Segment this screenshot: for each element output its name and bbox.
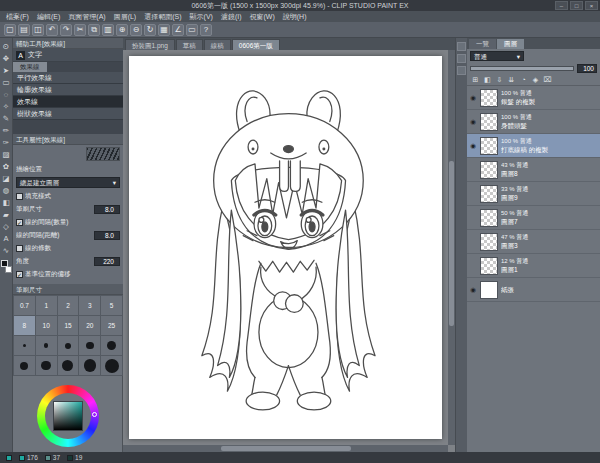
save-icon[interactable]: ◫ [32, 24, 44, 36]
layer-row[interactable]: 50 % 普通圖層7 [467, 206, 600, 230]
vertical-scrollbar-handle[interactable] [449, 161, 454, 327]
tool-fill[interactable]: ◧ [1, 197, 12, 208]
tool-correct-line[interactable]: ∿ [1, 245, 12, 256]
brush-size-cell[interactable]: 0.7 [14, 296, 35, 315]
minimize-button[interactable]: – [555, 1, 568, 10]
document-tab[interactable]: 扮裝圖1.png [125, 39, 175, 50]
ruler-icon[interactable]: ▭ [186, 24, 198, 36]
lock-icon[interactable]: ◈ [531, 75, 540, 84]
opacity-value[interactable]: 100 [577, 64, 597, 73]
foreground-color-swatch[interactable] [1, 260, 8, 267]
opacity-slider[interactable] [470, 66, 574, 71]
delete-layer-icon[interactable]: ⌧ [543, 75, 552, 84]
tool-operation[interactable]: ➤ [1, 65, 12, 76]
subtool-item[interactable]: 效果線 [13, 96, 123, 108]
visibility-eye-icon[interactable]: ◉ [469, 286, 477, 294]
maximize-button[interactable]: □ [570, 1, 583, 10]
tool-eyedropper[interactable]: ✧ [1, 101, 12, 112]
menu-item[interactable]: 顯示(V) [186, 11, 217, 22]
property-checkbox[interactable]: ✓ [16, 271, 23, 278]
tool-blend[interactable]: ◍ [1, 185, 12, 196]
visibility-eye-icon[interactable]: ◉ [469, 118, 477, 126]
brush-size-cell[interactable]: 8 [14, 316, 35, 335]
history-icon[interactable] [457, 66, 466, 75]
brush-size-cell[interactable] [14, 356, 35, 375]
brush-size-cell[interactable]: 1 [36, 296, 57, 315]
visibility-eye-icon[interactable]: ◉ [469, 94, 477, 102]
document-tab[interactable]: 草稿 [176, 39, 203, 50]
brush-size-cell[interactable] [14, 336, 35, 355]
property-checkbox[interactable] [16, 193, 23, 200]
grid-icon[interactable]: ▦ [158, 24, 170, 36]
undo-icon[interactable]: ↶ [46, 24, 58, 36]
document-tab[interactable]: 0606第一版 [232, 39, 280, 50]
layer-row[interactable]: 43 % 普通圖層8 [467, 158, 600, 182]
layer-row[interactable]: ◉100 % 普通銀髮 的複製 [467, 86, 600, 110]
tool-brush[interactable]: ✑ [1, 137, 12, 148]
zoom-in-icon[interactable]: ⊕ [116, 24, 128, 36]
tool-figure[interactable]: ◇ [1, 221, 12, 232]
tool-lasso[interactable]: ◌ [1, 89, 12, 100]
tool-move[interactable]: ✥ [1, 53, 12, 64]
menu-item[interactable]: 說明(H) [279, 11, 311, 22]
tool-text[interactable]: A [1, 233, 12, 244]
saturation-value-square[interactable] [53, 401, 83, 431]
color-wheel[interactable] [37, 385, 99, 447]
tool-pen[interactable]: ✎ [1, 113, 12, 124]
horizontal-scrollbar-handle[interactable] [221, 446, 351, 451]
sub-view-icon[interactable] [457, 54, 466, 63]
background-color-swatch[interactable] [5, 266, 12, 273]
vertical-scrollbar[interactable] [448, 50, 455, 445]
subtool-item[interactable]: 平行效果線 [13, 72, 123, 84]
subtool-item[interactable]: 樹狀效果線 [13, 108, 123, 120]
brush-size-cell[interactable] [58, 356, 79, 375]
close-button[interactable]: × [585, 1, 598, 10]
brush-size-cell[interactable] [79, 336, 100, 355]
navigator-icon[interactable] [457, 42, 466, 51]
brush-size-cell[interactable]: 3 [79, 296, 100, 315]
help-icon[interactable]: ? [200, 24, 212, 36]
canvas[interactable] [129, 56, 442, 439]
cut-icon[interactable]: ✂ [74, 24, 86, 36]
brush-size-cell[interactable] [79, 356, 100, 375]
layer-row[interactable]: 33 % 普通圖層9 [467, 182, 600, 206]
tool-gradient[interactable]: ▰ [1, 209, 12, 220]
layer-row[interactable]: ◉紙張 [467, 278, 600, 302]
zoom-out-icon[interactable]: ⊖ [130, 24, 142, 36]
merge-down-icon[interactable]: ⇊ [507, 75, 516, 84]
menu-item[interactable]: 頁面管理(A) [64, 11, 109, 22]
paste-icon[interactable]: ▥ [102, 24, 114, 36]
tab-overview[interactable]: 一覽 [469, 39, 496, 49]
rotate-icon[interactable]: ↻ [144, 24, 156, 36]
menu-item[interactable]: 編輯(E) [33, 11, 64, 22]
snap-icon[interactable]: ∠ [172, 24, 184, 36]
brush-size-cell[interactable]: 10 [36, 316, 57, 335]
property-value-box[interactable]: 8.0 [94, 231, 120, 240]
subtool-group-text[interactable]: A 文字 [13, 49, 123, 62]
brush-size-cell[interactable]: 5 [101, 296, 122, 315]
tool-zoom[interactable]: ⊙ [1, 41, 12, 52]
menu-item[interactable]: 圖層(L) [110, 11, 141, 22]
layer-row[interactable]: ◉100 % 普通身體頭髮 [467, 110, 600, 134]
tool-selection[interactable]: ▭ [1, 77, 12, 88]
subtool-item[interactable]: 輪廓效果線 [13, 84, 123, 96]
horizontal-scrollbar[interactable] [123, 445, 448, 452]
blend-mode-combo[interactable]: 普通 ▾ [470, 51, 524, 61]
menu-item[interactable]: 濾鏡(I) [217, 11, 246, 22]
document-tab[interactable]: 線稿 [204, 39, 231, 50]
visibility-eye-icon[interactable]: ◉ [469, 142, 477, 150]
brush-size-cell[interactable] [58, 336, 79, 355]
tool-decoration[interactable]: ✿ [1, 161, 12, 172]
redo-icon[interactable]: ↷ [60, 24, 72, 36]
hue-marker-icon[interactable] [92, 412, 97, 417]
brush-size-cell[interactable] [101, 336, 122, 355]
menu-item[interactable]: 檔案(F) [2, 11, 33, 22]
tool-airbrush[interactable]: ▨ [1, 149, 12, 160]
mask-icon[interactable]: ◔ [519, 75, 528, 84]
property-checkbox[interactable] [16, 245, 23, 252]
transfer-down-icon[interactable]: ⇩ [495, 75, 504, 84]
menu-item[interactable]: 選擇範圍(S) [140, 11, 185, 22]
property-checkbox[interactable]: ✓ [16, 219, 23, 226]
tool-pencil[interactable]: ✏ [1, 125, 12, 136]
brush-size-cell[interactable]: 15 [58, 316, 79, 335]
